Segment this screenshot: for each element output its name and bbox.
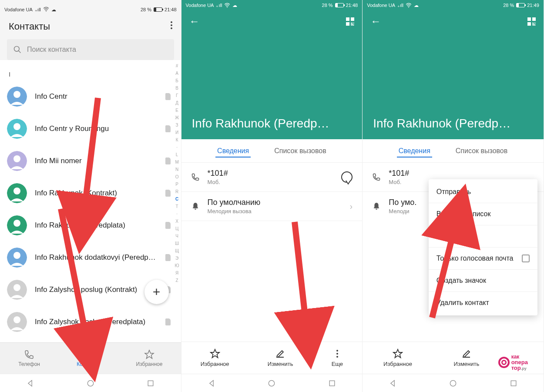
clock: 21:48 <box>346 3 358 8</box>
avatar <box>7 248 27 268</box>
svg-rect-22 <box>148 381 153 386</box>
carrier-label: Vodafone UA <box>186 3 214 8</box>
contact-name: Info Zalyshok poslug (Kontrakt) <box>35 285 158 294</box>
search-input[interactable]: Поиск контакта <box>7 39 174 60</box>
ringtone-sub: Мелодия вызова <box>208 208 342 214</box>
tab-details[interactable]: Сведения <box>215 141 251 161</box>
screen-contact-details: Vodafone UA ₊ıll ☁ 28 % 21:48 ← Info Rak… <box>181 0 363 392</box>
back-button[interactable] <box>388 379 397 388</box>
tab-details[interactable]: Сведения <box>397 141 432 161</box>
menu-voicemail[interactable]: Только голосовая почта <box>429 248 537 270</box>
menu-delete[interactable]: Удалить контакт <box>429 292 537 314</box>
sim-icon <box>165 318 171 325</box>
contact-row[interactable]: Info Centr y Roumingu <box>0 113 181 145</box>
avatar <box>7 280 27 300</box>
back-button[interactable] <box>26 379 34 388</box>
avatar <box>7 215 27 235</box>
back-button[interactable]: ← <box>189 15 200 27</box>
contact-row[interactable]: Info Zalyshok poslug (Peredplata) <box>0 306 181 338</box>
checkbox[interactable] <box>522 255 530 262</box>
message-icon[interactable] <box>341 171 353 183</box>
contact-title: Info Rakhunok (Peredp… <box>363 117 544 139</box>
contact-name: Info Centr <box>35 92 158 101</box>
bell-icon <box>191 202 200 211</box>
qr-icon[interactable] <box>346 17 354 26</box>
tab-call-log[interactable]: Список вызовов <box>272 141 328 161</box>
contact-row[interactable]: Info Mii nomer <box>0 145 181 177</box>
contact-row[interactable]: Info Rakhunok (Peredplata) <box>0 209 181 241</box>
page-title: Контакты <box>9 21 50 32</box>
star-icon <box>210 348 220 359</box>
ringtone-label: По умолчанию <box>208 198 342 207</box>
action-more[interactable]: Еще <box>332 348 343 367</box>
contact-name: Info Rakhunok dodatkovyi (Peredp… <box>35 253 158 262</box>
contact-row[interactable]: Info Rakhunok dodatkovyi (Peredp… <box>0 241 181 274</box>
avatar <box>7 312 27 332</box>
action-favorite[interactable]: Избранное <box>201 348 229 367</box>
nav-favorites[interactable]: Избранное <box>136 349 163 367</box>
svg-point-20 <box>89 352 91 355</box>
tab-call-log[interactable]: Список вызовов <box>454 141 509 161</box>
bell-icon <box>372 202 381 211</box>
phone-number: *101# <box>389 169 534 178</box>
cloud-icon: ☁ <box>51 7 56 13</box>
screen-contacts-list: Vodafone UA ₊ıll ☁ 28 % 21:48 Контакты П… <box>0 0 181 392</box>
svg-rect-25 <box>329 381 335 386</box>
ringtone-row[interactable]: По умолчанию Мелодия вызова › <box>181 192 363 221</box>
svg-point-1 <box>14 47 20 52</box>
more-menu-button[interactable] <box>171 20 172 33</box>
home-button[interactable] <box>267 379 276 388</box>
svg-point-10 <box>13 188 20 194</box>
contact-row[interactable]: Info Centr <box>0 80 181 113</box>
menu-send[interactable]: Отправить <box>429 181 537 203</box>
wifi-icon <box>224 3 230 8</box>
contact-row[interactable]: Info Rakhunok (Kontrakt) <box>0 177 181 209</box>
system-nav <box>181 374 363 392</box>
wifi-icon <box>43 7 49 13</box>
action-favorite[interactable]: Избранное <box>383 348 412 367</box>
svg-point-19 <box>85 351 88 355</box>
sim-icon <box>165 157 171 164</box>
recent-button[interactable] <box>509 379 518 388</box>
battery-icon <box>516 3 525 7</box>
svg-point-16 <box>13 284 20 291</box>
home-button[interactable] <box>449 379 457 388</box>
star-icon <box>393 348 403 359</box>
chevron-right-icon: › <box>350 201 353 211</box>
svg-point-14 <box>13 252 20 259</box>
home-button[interactable] <box>86 379 95 388</box>
avatar <box>7 151 27 171</box>
star-icon <box>144 349 154 360</box>
bottom-actions: Избранное Изменить Еще <box>181 342 363 374</box>
nav-phone[interactable]: Телефон <box>18 349 40 367</box>
avatar <box>7 183 27 203</box>
battery-pct: 28 % <box>322 3 333 8</box>
recent-button[interactable] <box>146 379 155 388</box>
bottom-nav: Телефон Контакты Избранное <box>0 342 181 374</box>
contact-name: Info Rakhunok (Kontrakt) <box>35 189 158 198</box>
edit-icon <box>461 348 472 359</box>
sim-icon <box>165 254 171 261</box>
search-placeholder: Поиск контакта <box>27 46 76 54</box>
alpha-index[interactable]: #AБВГДЕЖЗИК·LMNOPRCT·XЦЧШЩЭЮЯZ <box>174 60 180 316</box>
status-bar: Vodafone UA ₊ıll ☁ 28 % 21:49 <box>363 0 544 10</box>
add-contact-fab[interactable]: + <box>144 280 169 304</box>
menu-copy[interactable]: Копировать <box>429 225 537 248</box>
contacts-scroll[interactable]: I Info Centr Info Centr y Roumingu Info … <box>0 60 181 342</box>
phone-row[interactable]: *101# Моб. <box>181 163 363 192</box>
system-nav <box>363 374 544 392</box>
annotation-arrow <box>277 218 329 350</box>
menu-shortcut[interactable]: Создать значок <box>429 270 537 292</box>
back-button[interactable]: ← <box>370 15 381 27</box>
action-edit[interactable]: Изменить <box>454 348 480 367</box>
menu-blacklist[interactable]: В черный список <box>429 203 537 225</box>
signal-icon: ₊ıll <box>216 3 222 8</box>
recent-button[interactable] <box>328 379 336 388</box>
svg-point-4 <box>13 91 20 98</box>
signal-icon: ₊ıll <box>397 3 403 8</box>
back-button[interactable] <box>207 379 216 388</box>
qr-icon[interactable] <box>527 17 536 26</box>
action-edit[interactable]: Изменить <box>268 348 293 367</box>
contact-header: Vodafone UA ₊ıll ☁ 28 % 21:48 ← Info Rak… <box>181 0 363 139</box>
nav-contacts[interactable]: Контакты <box>77 349 99 367</box>
